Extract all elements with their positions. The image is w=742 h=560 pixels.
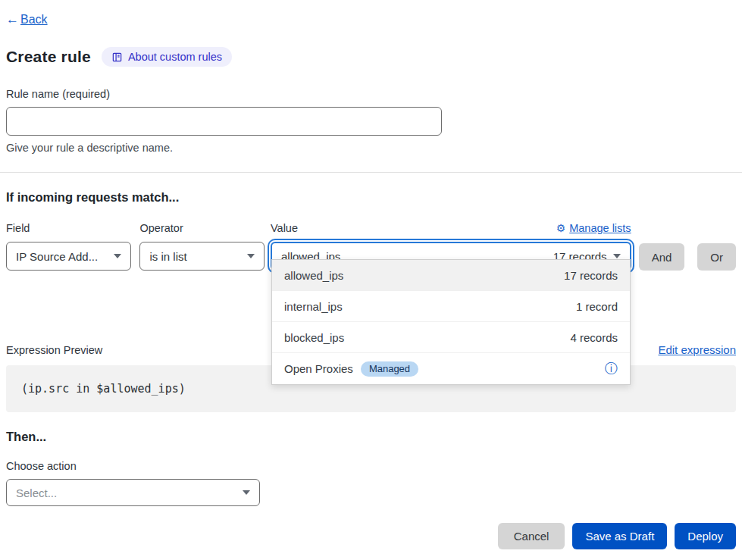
title-row: Create rule About custom rules bbox=[6, 47, 736, 67]
info-icon[interactable]: ⓘ bbox=[605, 362, 618, 375]
deploy-button[interactable]: Deploy bbox=[675, 523, 736, 549]
list-option-blocked-ips[interactable]: blocked_ips 4 records bbox=[272, 322, 630, 353]
page-title: Create rule bbox=[6, 48, 91, 66]
list-option-records: 1 record bbox=[576, 300, 618, 313]
save-as-draft-button[interactable]: Save as Draft bbox=[572, 523, 667, 549]
rule-name-input[interactable] bbox=[6, 107, 442, 136]
list-option-name: blocked_ips bbox=[284, 331, 344, 344]
operator-select-value: is in list bbox=[149, 250, 186, 263]
condition-row: Field IP Source Add... Operator is in li… bbox=[6, 222, 736, 271]
field-select-value: IP Source Add... bbox=[16, 250, 98, 263]
back-link-label: Back bbox=[20, 13, 48, 27]
rule-name-helper: Give your rule a descriptive name. bbox=[6, 142, 736, 154]
list-option-internal-ips[interactable]: internal_ips 1 record bbox=[272, 291, 630, 322]
about-badge-label: About custom rules bbox=[128, 51, 222, 63]
expression-preview-label: Expression Preview bbox=[6, 344, 102, 356]
action-select-placeholder: Select... bbox=[16, 486, 57, 499]
footer-actions: Cancel Save as Draft Deploy bbox=[6, 523, 736, 549]
chevron-down-icon bbox=[247, 254, 255, 258]
back-link[interactable]: ←Back bbox=[6, 12, 48, 27]
match-section-heading: If incoming requests match... bbox=[6, 190, 736, 205]
list-option-open-proxies[interactable]: Open Proxies Managed ⓘ bbox=[272, 353, 630, 384]
back-arrow-icon: ← bbox=[6, 12, 19, 27]
choose-action-label: Choose action bbox=[6, 460, 736, 472]
rule-name-label: Rule name (required) bbox=[6, 88, 736, 100]
create-rule-page: ←Back Create rule About custom rules Rul… bbox=[0, 0, 742, 549]
gear-icon: ⚙ bbox=[556, 222, 566, 234]
list-option-allowed-ips[interactable]: allowed_ips 17 records bbox=[272, 260, 630, 291]
list-dropdown: allowed_ips 17 records internal_ips 1 re… bbox=[271, 259, 631, 385]
action-select[interactable]: Select... bbox=[6, 479, 260, 506]
value-label: Value bbox=[271, 222, 298, 234]
managed-badge: Managed bbox=[361, 361, 418, 377]
manage-lists-link[interactable]: ⚙ Manage lists bbox=[556, 222, 631, 234]
list-option-records: 4 records bbox=[570, 331, 618, 344]
expression-code: (ip.src in $allowed_ips) bbox=[21, 382, 186, 396]
chevron-down-icon bbox=[613, 254, 621, 258]
operator-label: Operator bbox=[139, 222, 265, 234]
chevron-down-icon bbox=[243, 490, 250, 495]
edit-expression-link[interactable]: Edit expression bbox=[658, 343, 736, 356]
about-custom-rules-link[interactable]: About custom rules bbox=[102, 47, 232, 67]
field-label: Field bbox=[6, 222, 131, 234]
operator-select[interactable]: is in list bbox=[139, 242, 265, 271]
list-option-name: Open Proxies bbox=[284, 362, 353, 375]
back-row: ←Back bbox=[6, 0, 736, 27]
list-option-name: allowed_ips bbox=[284, 269, 343, 282]
and-button[interactable]: And bbox=[639, 243, 685, 271]
book-icon bbox=[111, 52, 123, 63]
section-divider bbox=[0, 172, 742, 173]
chevron-down-icon bbox=[114, 254, 121, 258]
cancel-button[interactable]: Cancel bbox=[498, 523, 565, 549]
list-option-records: 17 records bbox=[564, 269, 618, 282]
manage-lists-label: Manage lists bbox=[569, 222, 631, 234]
or-button[interactable]: Or bbox=[697, 243, 736, 271]
then-section-heading: Then... bbox=[6, 430, 736, 444]
field-select[interactable]: IP Source Add... bbox=[6, 242, 131, 271]
list-option-name: internal_ips bbox=[284, 300, 343, 313]
